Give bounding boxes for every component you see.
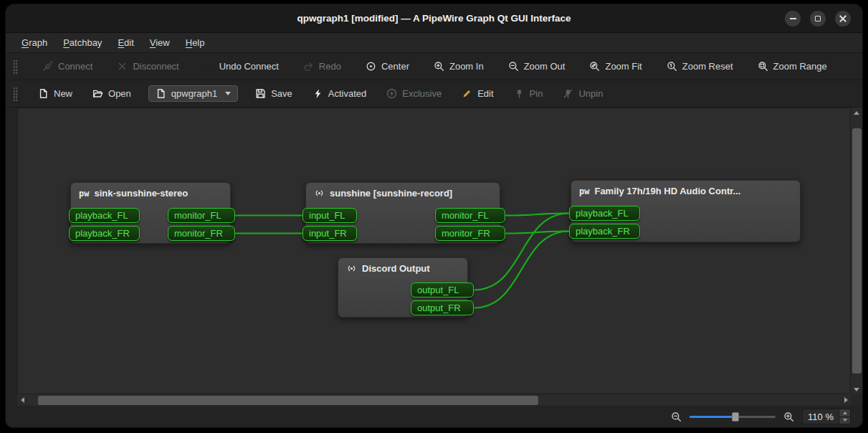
zoom-range-icon (758, 61, 768, 72)
menu-view[interactable]: View (143, 34, 177, 51)
zoom-out-icon (671, 411, 682, 422)
maximize-icon (815, 16, 821, 22)
toolbar-label-zoom-reset: Zoom Reset (682, 61, 733, 72)
bolt-icon (313, 88, 323, 99)
chevron-down-icon (225, 92, 231, 95)
connect-icon (42, 61, 53, 72)
port-family-playback_FR[interactable]: playback_FR (569, 224, 640, 239)
connection-discord-output_FR-to-family-playback_FR[interactable] (474, 232, 569, 308)
toolbar-button-zoom-fit[interactable]: Zoom Fit (586, 58, 644, 75)
maximize-button[interactable] (810, 11, 826, 27)
menu-help[interactable]: Help (178, 34, 212, 51)
scroll-up-arrow[interactable] (851, 108, 862, 118)
scrollbar-corner (851, 394, 862, 406)
toolbar-label-undo-connect: Undo Connect (219, 61, 279, 72)
toolbar-label-zoom-fit: Zoom Fit (605, 61, 642, 72)
canvas-row: pwsink-sunshine-stereosunshine [sunshine… (17, 108, 862, 394)
close-button[interactable] (835, 11, 851, 27)
toolbar-button-new[interactable]: New (35, 85, 75, 102)
toolbar-button-center[interactable]: Center (363, 58, 412, 75)
toolbar-button-activated[interactable]: Activated (310, 85, 369, 102)
hscroll-row (17, 394, 862, 406)
toolbar-button-open[interactable]: Open (90, 85, 134, 102)
zoom-out-icon (508, 61, 519, 72)
scroll-left-arrow[interactable] (17, 394, 27, 406)
zoom-value: 110 % (803, 409, 839, 424)
toolbar-label-redo: Redo (319, 61, 341, 72)
toolbar-button-zoom-reset[interactable]: Zoom Reset (664, 58, 736, 75)
toolbar-drag-handle[interactable] (13, 60, 18, 74)
toolbar-button-zoom-in[interactable]: Zoom In (431, 58, 487, 75)
toolbar-label-pin: Pin (530, 88, 543, 99)
toolbar-button-save[interactable]: Save (252, 85, 295, 102)
toolbar-button-disconnect: Disconnect (114, 58, 181, 75)
toolbar-button-connect: Connect (39, 58, 95, 75)
zoom-slider-handle[interactable] (732, 412, 739, 422)
port-discord-output_FR[interactable]: output_FR (411, 300, 474, 315)
patchbay-profile-combo[interactable]: qpwgraph1 (148, 85, 238, 102)
vertical-scrollbar-thumb[interactable] (852, 128, 862, 373)
toolbar-button-zoom-range[interactable]: Zoom Range (755, 58, 830, 75)
disconnect-icon (117, 61, 128, 72)
menu-edit[interactable]: Edit (110, 34, 140, 51)
center-icon (366, 61, 376, 72)
graph-canvas[interactable]: pwsink-sunshine-stereosunshine [sunshine… (17, 108, 851, 394)
port-sink-playback_FL[interactable]: playback_FL (69, 208, 140, 223)
port-sunshine-input_FL[interactable]: input_FL (302, 208, 357, 223)
zoom-out-status-icon[interactable] (671, 411, 682, 422)
toolbar-label-center: Center (381, 61, 409, 72)
toolbar-label-zoom-out: Zoom Out (524, 61, 566, 72)
port-discord-output_FL[interactable]: output_FL (411, 282, 474, 298)
zoom-fit-icon (589, 61, 600, 72)
redo-icon (303, 61, 314, 72)
toolbar-button-unpin: Unpin (560, 85, 606, 102)
scroll-right-arrow[interactable] (841, 394, 851, 406)
toolbar-button-edit[interactable]: Edit (459, 85, 496, 102)
zoom-slider-fill (690, 416, 735, 418)
toolbar-drag-handle[interactable] (13, 87, 18, 101)
zoom-in-icon (434, 61, 444, 72)
connections-layer (18, 108, 850, 394)
zoom-slider[interactable] (690, 410, 776, 423)
edit-icon (462, 88, 472, 99)
minimize-button[interactable] (785, 11, 801, 27)
toolbar-button-pin: Pin (511, 85, 546, 102)
port-sink-monitor_FL[interactable]: monitor_FL (168, 208, 235, 223)
zoom-spin-buttons (839, 409, 850, 424)
scroll-down-arrow[interactable] (851, 384, 862, 394)
window-title: qpwgraph1 [modified] — A PipeWire Graph … (297, 13, 571, 24)
toolbar-label-edit: Edit (477, 88, 493, 99)
port-sink-playback_FR[interactable]: playback_FR (69, 226, 140, 241)
zoom-in-icon (783, 411, 794, 422)
zoom-spin-up[interactable] (839, 409, 850, 417)
vertical-scrollbar[interactable] (851, 108, 862, 394)
menu-graph[interactable]: Graph (14, 34, 54, 51)
port-family-playback_FL[interactable]: playback_FL (569, 206, 640, 221)
toolbar-label-open: Open (108, 88, 131, 99)
file-icon (156, 88, 166, 99)
port-sunshine-monitor_FR[interactable]: monitor_FR (435, 226, 505, 241)
toolbar-label-unpin: Unpin (578, 88, 603, 99)
toolbar-button-zoom-out[interactable]: Zoom Out (505, 58, 568, 75)
port-sunshine-monitor_FL[interactable]: monitor_FL (435, 208, 505, 223)
menu-patchbay[interactable]: Patchbay (56, 34, 109, 51)
statusbar: 110 % (17, 406, 862, 427)
toolbar-button-redo: Redo (300, 58, 344, 75)
patchbay-toolbar: NewOpenqpwgraph1SaveActivatedExclusiveEd… (6, 80, 862, 108)
toolbar-label-connect: Connect (58, 61, 92, 72)
toolbar-label-zoom-in: Zoom In (449, 61, 484, 72)
port-sink-monitor_FR[interactable]: monitor_FR (168, 226, 235, 241)
connection-discord-output_FL-to-family-playback_FL[interactable] (474, 214, 569, 290)
port-sunshine-input_FR[interactable]: input_FR (302, 226, 357, 241)
toolbar-button-undo-connect[interactable]: Undo Connect (201, 58, 282, 75)
zoom-in-status-icon[interactable] (783, 411, 794, 422)
horizontal-scrollbar-thumb[interactable] (38, 396, 538, 405)
zoom-spin-down[interactable] (839, 417, 850, 424)
menubar: GraphPatchbayEditViewHelp (6, 33, 862, 53)
horizontal-scrollbar[interactable] (17, 394, 851, 406)
open-icon (92, 88, 103, 99)
toolbar-label-disconnect: Disconnect (133, 61, 178, 72)
exclusive-icon (386, 88, 397, 99)
pin-icon (514, 88, 525, 99)
zoom-spinbox[interactable]: 110 % (802, 409, 851, 424)
